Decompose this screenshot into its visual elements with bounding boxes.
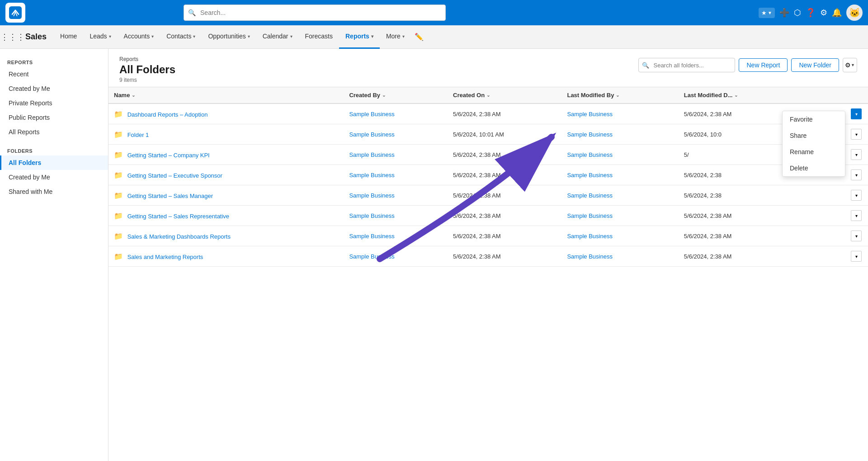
- favorites-button[interactable]: ★ ▼: [759, 8, 775, 18]
- edit-nav-icon[interactable]: ✏️: [415, 33, 424, 41]
- folders-section-label: FOLDERS: [0, 145, 108, 155]
- new-report-button[interactable]: New Report: [739, 58, 788, 72]
- nav-item-leads[interactable]: Leads▾: [83, 25, 117, 49]
- table-row: 📁 Getting Started – Sales Manager Sample…: [108, 185, 868, 206]
- help-icon[interactable]: ❓: [806, 8, 816, 18]
- folder-link[interactable]: Dashboard Reports – Adoption: [127, 111, 208, 118]
- folder-icon: 📁: [114, 131, 123, 138]
- row-action-button[interactable]: ▾: [851, 129, 862, 140]
- row-action-button[interactable]: ▾: [851, 108, 862, 119]
- new-folder-button[interactable]: New Folder: [791, 58, 839, 72]
- last-modified-by-value[interactable]: Sample Business: [567, 253, 612, 260]
- folder-link[interactable]: Sales and Marketing Reports: [127, 254, 203, 260]
- folder-link[interactable]: Getting Started – Sales Manager: [127, 193, 213, 199]
- sidebar-folder-item-all-folders[interactable]: All Folders: [0, 155, 108, 170]
- last-modified-by-value[interactable]: Sample Business: [567, 233, 612, 240]
- global-search-input[interactable]: [184, 5, 446, 21]
- col-header-last-modified-d...[interactable]: Last Modified D...⌄: [679, 87, 845, 103]
- sidebar-item-all-reports[interactable]: All Reports: [0, 125, 108, 139]
- dropdown-item-rename[interactable]: Rename: [783, 144, 845, 160]
- created-by-cell: Sample Business: [344, 165, 448, 185]
- app-launcher-icon[interactable]: ⋮⋮⋮: [4, 25, 22, 49]
- last-modified-by-cell: Sample Business: [561, 145, 678, 165]
- sort-icon: ⌄: [382, 93, 386, 98]
- dropdown-item-favorite[interactable]: Favorite: [783, 111, 845, 127]
- folder-link[interactable]: Getting Started – Company KPI: [127, 152, 210, 159]
- folder-link[interactable]: Folder 1: [127, 132, 149, 138]
- created-by-value[interactable]: Sample Business: [349, 233, 394, 240]
- col-header-created-on[interactable]: Created On⌄: [448, 87, 561, 103]
- search-folders: 🔍: [638, 58, 735, 72]
- col-header-last-modified-by[interactable]: Last Modified By⌄: [561, 87, 678, 103]
- nav-item-contacts[interactable]: Contacts▾: [160, 25, 202, 49]
- avatar[interactable]: 🐱: [846, 5, 863, 21]
- nav-item-more[interactable]: More▾: [380, 25, 411, 49]
- nav-items: HomeLeads▾Accounts▾Contacts▾Opportunitie…: [54, 25, 411, 49]
- last-modified-by-cell: Sample Business: [561, 226, 678, 246]
- dropdown-item-delete[interactable]: Delete: [783, 160, 845, 176]
- created-by-value[interactable]: Sample Business: [349, 192, 394, 199]
- salesforce-icon[interactable]: ⬡: [794, 8, 801, 18]
- created-by-cell: Sample Business: [344, 103, 448, 124]
- app-logo[interactable]: [5, 3, 25, 23]
- chevron-down-icon: ▾: [290, 34, 292, 39]
- nav-item-reports[interactable]: Reports▾: [339, 25, 380, 49]
- folders-table: Name⌄Created By⌄Created On⌄Last Modified…: [108, 87, 868, 267]
- col-label: Last Modified By: [567, 92, 614, 99]
- created-on-value: 5/6/2024, 2:38 AM: [453, 192, 501, 199]
- row-action-button[interactable]: ▾: [851, 210, 862, 221]
- table-body: 📁 Dashboard Reports – Adoption Sample Bu…: [108, 103, 868, 267]
- sidebar-item-public-reports[interactable]: Public Reports: [0, 110, 108, 125]
- notifications-icon[interactable]: 🔔: [832, 8, 842, 18]
- folder-name-cell: 📁 Sales & Marketing Dashboards Reports: [108, 226, 344, 246]
- last-modified-by-value[interactable]: Sample Business: [567, 111, 612, 118]
- nav-label: Home: [60, 33, 77, 40]
- col-header-name[interactable]: Name⌄: [108, 87, 344, 103]
- last-modified-by-value[interactable]: Sample Business: [567, 192, 612, 199]
- row-action-button[interactable]: ▾: [851, 230, 862, 241]
- created-by-value[interactable]: Sample Business: [349, 212, 394, 219]
- sidebar-folder-item-created-by-me[interactable]: Created by Me: [0, 170, 108, 184]
- settings-button[interactable]: ⚙ ▼: [843, 58, 857, 72]
- dropdown-item-share[interactable]: Share: [783, 127, 845, 144]
- row-action-button[interactable]: ▾: [851, 251, 862, 262]
- last-modified-by-value[interactable]: Sample Business: [567, 172, 612, 179]
- nav-item-home[interactable]: Home: [54, 25, 83, 49]
- created-by-value[interactable]: Sample Business: [349, 131, 394, 138]
- nav-item-calendar[interactable]: Calendar▾: [256, 25, 299, 49]
- folder-link[interactable]: Getting Started – Executive Sponsor: [127, 172, 222, 179]
- created-on-cell: 5/6/2024, 2:38 AM: [448, 226, 561, 246]
- action-cell: ▾: [845, 145, 868, 165]
- created-by-value[interactable]: Sample Business: [349, 111, 394, 118]
- nav-item-forecasts[interactable]: Forecasts: [299, 25, 339, 49]
- folder-link[interactable]: Sales & Marketing Dashboards Reports: [127, 233, 231, 240]
- nav-label: Contacts: [166, 33, 191, 40]
- action-cell: ▾: [845, 226, 868, 246]
- search-folders-input[interactable]: [638, 58, 735, 72]
- setup-icon[interactable]: ⚙: [820, 8, 827, 18]
- col-header-created-by[interactable]: Created By⌄: [344, 87, 448, 103]
- folder-link[interactable]: Getting Started – Sales Representative: [127, 213, 229, 220]
- row-action-button[interactable]: ▾: [851, 169, 862, 180]
- row-action-button[interactable]: ▾: [851, 190, 862, 201]
- nav-item-opportunities[interactable]: Opportunities▾: [202, 25, 256, 49]
- sidebar-item-private-reports[interactable]: Private Reports: [0, 96, 108, 110]
- sidebar-item-created-by-me[interactable]: Created by Me: [0, 81, 108, 96]
- sidebar-folder-item-shared-with-me[interactable]: Shared with Me: [0, 184, 108, 199]
- nav-item-accounts[interactable]: Accounts▾: [118, 25, 160, 49]
- sort-icon: ⌄: [734, 93, 738, 98]
- sidebar-item-recent[interactable]: Recent: [0, 67, 108, 81]
- last-modified-by-value[interactable]: Sample Business: [567, 212, 612, 219]
- sidebar-folders: All FoldersCreated by MeShared with Me: [0, 155, 108, 199]
- created-by-cell: Sample Business: [344, 246, 448, 267]
- created-by-value[interactable]: Sample Business: [349, 172, 394, 179]
- add-icon[interactable]: ➕: [779, 8, 789, 18]
- created-by-value[interactable]: Sample Business: [349, 151, 394, 158]
- last-modified-by-value[interactable]: Sample Business: [567, 131, 612, 138]
- row-action-button[interactable]: ▾: [851, 149, 862, 160]
- last-modified-by-value[interactable]: Sample Business: [567, 151, 612, 158]
- created-by-value[interactable]: Sample Business: [349, 253, 394, 260]
- table-row: 📁 Dashboard Reports – Adoption Sample Bu…: [108, 103, 868, 124]
- sort-icon: ⌄: [132, 93, 135, 98]
- created-on-value: 5/6/2024, 2:38 AM: [453, 212, 501, 219]
